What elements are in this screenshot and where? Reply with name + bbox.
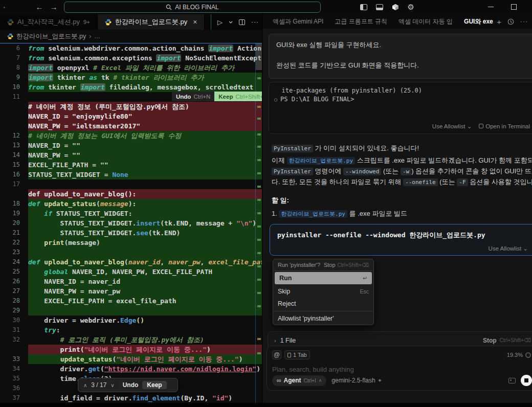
terminal-output[interactable]: ite-packages (from pyinstaller) (25.0) ○… <box>269 82 532 134</box>
use-allowlist-dropdown[interactable]: Use Allowlist ⌄ <box>432 123 472 130</box>
code-line: 32 # 로그인 로직 (루미_포털입장.py에서 참조) <box>0 335 262 345</box>
attach-image-icon[interactable] <box>508 378 516 383</box>
split-editor-icon[interactable] <box>239 19 245 25</box>
diff-ruler-mark <box>257 212 261 214</box>
text: (또는 <box>381 167 401 175</box>
chat-tab[interactable]: 액셀 데이터 자동 입 <box>398 17 453 26</box>
undo-all-button[interactable]: Undo <box>123 381 139 389</box>
code-line: NAVER_PW = "ieltsmaster2017" <box>0 121 262 131</box>
tab-badge: 9+ <box>83 19 90 25</box>
code-line: 14NAVER_PW = "" <box>0 150 262 160</box>
diff-ruler-mark <box>257 159 261 161</box>
run-button[interactable]: ▷ <box>217 18 223 26</box>
back-arrow-icon[interactable]: ← <box>34 2 45 12</box>
code-line: 25 global NAVER_ID, NAVER_PW, EXCEL_FILE… <box>0 267 262 277</box>
menu-item-skip[interactable]: SkipEsc <box>273 285 373 298</box>
model-selector[interactable]: gemini-2.5-flash ✦ <box>331 377 382 384</box>
cursor-cube-icon[interactable] <box>392 4 399 11</box>
chat-tab[interactable]: GUI와 exe <box>464 17 493 26</box>
code-line: 37 id_field = driver.find_element(By.ID,… <box>0 393 262 403</box>
code-editor[interactable]: 6from selenium.webdriver.common.action_c… <box>0 43 262 407</box>
file-link[interactable]: 한강라이브_업로드봇.py <box>279 210 347 218</box>
code-line: 28 EXCEL_FILE_PATH = excel_file_path <box>0 296 262 306</box>
code-line: 26 NAVER_ID = naver_id <box>0 277 262 286</box>
code-line: 30 driver = webdriver.Edge() <box>0 315 262 325</box>
stop-button[interactable]: Stop <box>483 337 497 344</box>
menu-divider <box>273 311 373 311</box>
run-dropdown-icon[interactable] <box>229 21 233 24</box>
next-diff-icon[interactable]: ∨ <box>110 382 114 388</box>
keep-all-button[interactable]: Keep <box>142 381 166 389</box>
prompt-circle-icon: ○ <box>274 95 277 104</box>
editor-tab-inactive[interactable]: AI_작사작곡_세션.py 9+ <box>0 14 98 30</box>
code-line: 12# 네이버 계정 정보는 GUI에서 입력받도록 수정 <box>0 131 262 141</box>
stop-generation-button[interactable] <box>521 375 532 386</box>
user-message-line: 완성된 코드를 기반으로 GUI 화면을 적용합니다. <box>276 61 527 70</box>
prev-diff-icon[interactable]: ∧ <box>83 382 87 388</box>
forward-arrow-icon[interactable]: → <box>48 2 59 12</box>
diff-ruler-mark <box>257 199 261 201</box>
text: 가 이미 설치되어 있네요. 좋습니다! <box>313 144 419 152</box>
text: 명령어에 <box>313 167 343 175</box>
diff-navigation-widget: ∧ 3 / 17 ∨ Undo Keep <box>78 378 178 392</box>
diff-ruler-mark <box>257 172 261 174</box>
diff-ruler-mark <box>257 186 261 188</box>
diff-ruler-mark <box>257 146 261 148</box>
run-menu-stop[interactable]: StopCtrl+Shift+⌫ <box>324 262 369 268</box>
app-window: ← → AI BLOG FINAL ⚙ AI_작사작곡_세션.py <box>0 0 532 407</box>
code-line: 19 if STATUS_TEXT_WIDGET: <box>0 209 262 218</box>
undo-shortcut: Ctrl+N <box>193 94 210 100</box>
chat-tab[interactable]: 고급 프롬프트 규칙 <box>335 17 387 26</box>
agent-mode-dropdown[interactable]: ∞ Agent Ctrl+I ∧ <box>272 375 326 386</box>
close-tab-icon[interactable]: × <box>193 18 197 26</box>
breadcrumb[interactable]: 한강라이브_업로드봇.py › … <box>0 30 262 43</box>
toggle-sidebar-icon[interactable] <box>360 4 367 10</box>
new-chat-icon[interactable]: + <box>497 17 501 26</box>
command-center-search[interactable]: AI BLOG FINAL <box>64 2 321 13</box>
assistant-paragraph: PyInstaller 가 이미 설치되어 있네요. 좋습니다! <box>272 143 532 154</box>
code-line: 8import openpyxl # Excel 파일 처리를 위한 라이브러리… <box>0 63 262 73</box>
editor-tab-active[interactable]: 한강라이브_업로드봇.py × <box>98 14 205 30</box>
menu-item-reject[interactable]: Reject <box>273 298 373 310</box>
terminal-line: ite-packages (from pyinstaller) (25.0) <box>274 86 532 95</box>
history-clock-icon[interactable] <box>507 18 514 25</box>
user-message[interactable]: GUI와 exe 실행 파일을 구현하세요. 완성된 코드를 기반으로 GUI … <box>269 34 532 79</box>
more-actions-icon[interactable]: ··· <box>251 18 259 26</box>
undo-button[interactable]: Undo Ctrl+N <box>172 92 214 101</box>
chat-more-icon[interactable]: ··· <box>520 18 528 25</box>
maximize-button[interactable] <box>511 4 517 10</box>
file-icon <box>287 353 291 357</box>
menu-item-run[interactable]: Run↵ <box>275 272 372 284</box>
bottom-edge <box>0 403 532 407</box>
chat-input-placeholder[interactable]: Plan, search, build anything <box>272 366 531 373</box>
mention-chip[interactable]: @ <box>272 350 281 359</box>
settings-gear-icon[interactable]: ⚙ <box>408 4 414 11</box>
code-line: 17 <box>0 179 262 189</box>
command-use-allowlist[interactable]: Use Allowlist ⌄ <box>489 245 528 252</box>
tab-context-chip[interactable]: 1 Tab <box>284 350 310 359</box>
scrollbar-thumb[interactable] <box>256 43 262 70</box>
code-line: 21 STATUS_TEXT_WIDGET.see(tk.END) <box>0 228 262 238</box>
keep-button[interactable]: Keep Ctrl+Shift+Y <box>214 92 262 101</box>
code-line: 16STATUS_TEXT_WIDGET = None <box>0 170 262 179</box>
file-link[interactable]: 한강라이브_업로드봇.py <box>287 157 356 165</box>
text: (또는 <box>438 178 457 186</box>
open-in-terminal-button[interactable]: Open in Terminal <box>479 123 530 129</box>
text: 이제 <box>272 156 287 164</box>
diff-ruler-mark <box>257 106 261 108</box>
command-proposal-box[interactable]: pyinstaller --onefile --windowed 한강라이브_업… <box>270 224 532 256</box>
user-message-line: GUI와 exe 실행 파일을 구현하세요. <box>276 40 527 50</box>
code-line: 10from tkinter import filedialog, messag… <box>0 82 262 92</box>
diff-ruler-mark <box>257 279 261 281</box>
menu-item-allowlist-pyinstaller[interactable]: Allowlist 'pyinstaller' <box>273 312 373 325</box>
diff-counter: 3 / 17 <box>91 381 106 389</box>
code-line: 13NAVER_ID = "" <box>0 141 262 150</box>
minimize-button[interactable] <box>488 7 494 7</box>
chat-tab[interactable]: 액셀과 Gemini API <box>273 17 323 26</box>
tab-label: 한강라이브_업로드봇.py <box>115 17 188 27</box>
chat-input-box[interactable]: @ 1 Tab 19.3% Plan, search, build anythi… <box>267 346 532 391</box>
toggle-panel-icon[interactable] <box>376 4 383 10</box>
search-text: AI BLOG FINAL <box>175 4 218 11</box>
diff-ruler-mark <box>257 292 261 294</box>
code-line: print("네이버 로그인 페이지로 이동 중...") <box>0 345 262 354</box>
